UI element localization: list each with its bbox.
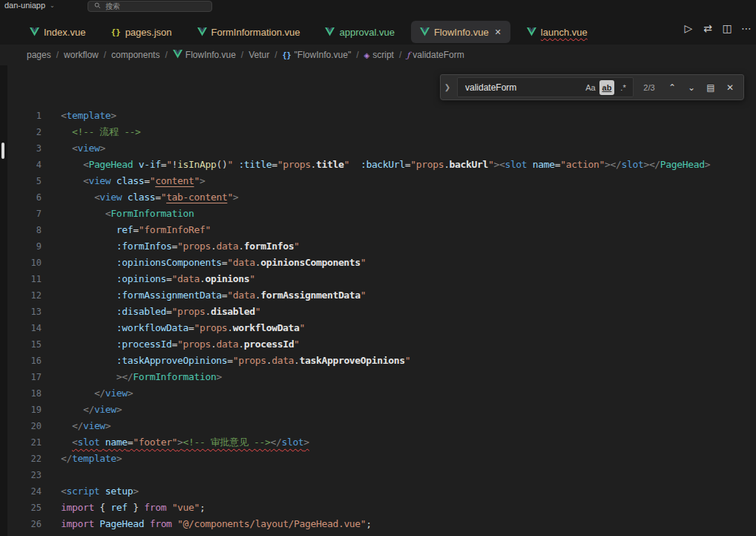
breadcrumb-item-vetur[interactable]: Vetur: [249, 50, 269, 60]
breadcrumb-label: script: [372, 50, 394, 60]
title-bar: dan-uniapp ⌄ 搜索: [0, 0, 756, 12]
line-content: :workflowData="props.workflowData": [42, 320, 305, 336]
breadcrumb-label: workflow: [64, 50, 99, 60]
next-match-icon[interactable]: ⌄: [684, 80, 699, 95]
code-line: 19 </view>: [0, 402, 756, 418]
previous-match-icon[interactable]: ⌃: [665, 80, 680, 95]
line-content: </view>: [42, 418, 111, 434]
line-content: ></FormInformation>: [42, 369, 222, 385]
run-icon[interactable]: ▷: [679, 22, 698, 34]
find-buttons: ⌃⌄▤✕: [665, 80, 737, 95]
vscode-window: dan-uniapp ⌄ 搜索 Index.vue{}pages.jsonFor…: [0, 0, 756, 536]
line-content: </template>: [42, 451, 122, 467]
breadcrumb-item-script[interactable]: ◈script: [364, 50, 394, 60]
split-editor-icon[interactable]: ◫: [717, 22, 737, 34]
line-content: :opinions="data.opinions": [42, 271, 255, 287]
breadcrumb-item-flowinfo-vue[interactable]: FlowInfo.vue: [173, 50, 236, 61]
line-content: :formAssignmentData="data.formAssignment…: [42, 287, 366, 304]
code-line: 26import PageHead from "@/components/lay…: [0, 516, 756, 532]
breadcrumb-separator: /: [104, 50, 106, 60]
open-changes-icon[interactable]: ⇄: [698, 22, 717, 34]
code-line: 5 <view class="content">: [0, 173, 756, 189]
more-actions-icon[interactable]: ⋯: [737, 22, 756, 34]
line-content: <view>: [42, 140, 105, 157]
breadcrumb-label: Vetur: [249, 50, 269, 60]
line-content: <view class="tab-content">: [42, 189, 238, 206]
find-input[interactable]: [464, 82, 583, 94]
vue-icon: [527, 27, 536, 36]
breadcrumb-item-pages[interactable]: pages: [27, 50, 51, 60]
tab-label: launch.vue: [541, 27, 588, 38]
breadcrumb-label: FlowInfo.vue: [185, 50, 236, 60]
code-line: 6 <view class="tab-content">: [0, 189, 756, 206]
tab-label: approval.vue: [339, 27, 394, 38]
sidebar-edge: [0, 65, 7, 536]
code-line: 13 :disabled="props.disabled": [0, 304, 756, 320]
close-icon[interactable]: ✕: [495, 27, 502, 37]
line-content: import PageHead from "@/components/layou…: [42, 516, 372, 532]
code-line: 7 <FormInformation: [0, 206, 756, 222]
breadcrumb-item-validateform[interactable]: ƒvalidateForm: [407, 50, 464, 60]
tab-bar: Index.vue{}pages.jsonFormInformation.vue…: [0, 12, 756, 45]
tab-flowinfo-vue[interactable]: FlowInfo.vue✕: [411, 21, 510, 43]
symbol-script-icon: ◈: [364, 51, 370, 59]
vue-icon: [325, 27, 335, 36]
find-match-count: 2/3: [640, 83, 659, 92]
breadcrumb-label: pages: [27, 50, 51, 60]
line-content: ref="formInfoRef": [42, 222, 211, 238]
tab-label: pages.json: [125, 27, 172, 38]
code-line: 18 </view>: [0, 385, 756, 402]
close-find-icon[interactable]: ✕: [723, 80, 737, 95]
find-options: Aaab.*: [583, 80, 631, 95]
symbol-function-icon: ƒ: [407, 50, 410, 60]
code-line: 3 <view>: [0, 140, 756, 157]
code-lines: 1<template>2 <!-- 流程 -->3 <view>4 <PageH…: [0, 65, 756, 532]
tab-index-vue[interactable]: Index.vue: [21, 21, 94, 43]
tab-forminformation-vue[interactable]: FormInformation.vue: [188, 21, 309, 43]
object-icon: {}: [283, 51, 292, 59]
line-content: [42, 467, 61, 483]
breadcrumb-item-flowinfo-vue[interactable]: {}"FlowInfo.vue": [283, 50, 352, 60]
tab-pages-json[interactable]: {}pages.json: [102, 21, 180, 43]
code-line: 20 </view>: [0, 418, 756, 434]
line-content: :taskApproveOpinions="props.data.taskApp…: [42, 353, 410, 369]
line-content: :processId="props.data.processId": [42, 336, 300, 353]
project-name: dan-uniapp: [4, 1, 45, 10]
code-line: 11 :opinions="data.opinions": [0, 271, 756, 287]
code-line: 9 :formInfos="props.data.formInfos": [0, 238, 756, 255]
line-content: <slot name="footer"><!-- 审批意见 --></slot>: [42, 434, 309, 451]
match-case-button[interactable]: Aa: [583, 80, 598, 95]
tab-launch-vue[interactable]: launch.vue: [518, 21, 596, 43]
tab-approval-vue[interactable]: approval.vue: [316, 21, 403, 43]
line-content: import { ref } from "vue";: [42, 500, 206, 516]
json-icon: {}: [111, 27, 120, 37]
code-line: 16 :taskApproveOpinions="props.data.task…: [0, 353, 756, 369]
breadcrumb-label: components: [111, 50, 160, 60]
whole-word-button[interactable]: ab: [599, 80, 614, 95]
toggle-replace-icon[interactable]: ❯: [444, 83, 451, 91]
code-line: 14 :workflowData="props.workflowData": [0, 320, 756, 336]
breadcrumb-item-components[interactable]: components: [111, 50, 160, 60]
find-input-wrap: Aaab.*: [457, 77, 634, 97]
line-content: <PageHead v-if="!isInApp()" :title="prop…: [42, 157, 710, 173]
find-in-selection-icon[interactable]: ▤: [703, 80, 718, 95]
code-editor[interactable]: 1<template>2 <!-- 流程 -->3 <view>4 <PageH…: [0, 65, 756, 532]
code-line: 4 <PageHead v-if="!isInApp()" :title="pr…: [0, 157, 756, 173]
line-content: :formInfos="props.data.formInfos": [42, 238, 300, 255]
line-content: <!-- 流程 -->: [42, 124, 141, 140]
code-line: 22</template>: [0, 451, 756, 467]
breadcrumb-item-workflow[interactable]: workflow: [64, 50, 99, 60]
project-menu[interactable]: dan-uniapp ⌄: [4, 1, 55, 10]
code-line: 8 ref="formInfoRef": [0, 222, 756, 238]
breadcrumb-label: "FlowInfo.vue": [295, 50, 352, 60]
sidebar-indicator: [1, 143, 4, 159]
line-content: </view>: [42, 402, 122, 418]
command-center-search[interactable]: 搜索: [88, 1, 212, 12]
tab-label: FlowInfo.vue: [434, 27, 489, 38]
tab-list: Index.vue{}pages.jsonFormInformation.vue…: [21, 21, 596, 43]
find-widget: ❯ Aaab.* 2/3 ⌃⌄▤✕: [440, 74, 744, 100]
line-content: :opinionsComponents="data.opinionsCompon…: [42, 255, 366, 271]
breadcrumb-separator: /: [56, 50, 59, 60]
breadcrumb: pages/workflow/components/FlowInfo.vue/V…: [0, 45, 756, 65]
regex-button[interactable]: .*: [616, 80, 631, 95]
